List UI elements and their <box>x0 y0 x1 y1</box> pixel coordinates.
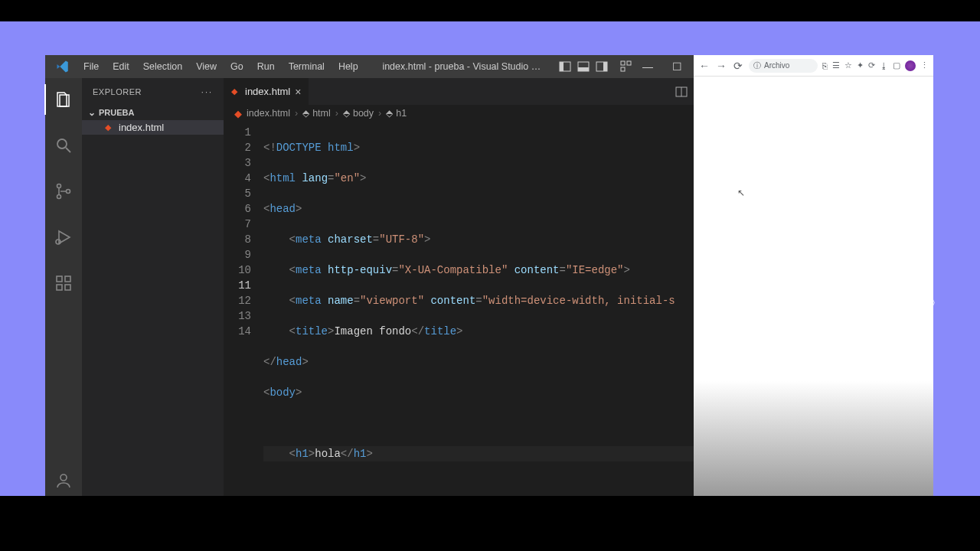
layout-sidebar-right-icon[interactable] <box>596 60 608 73</box>
html5-icon: ◆ <box>105 122 114 132</box>
browser-forward-button[interactable]: → <box>715 60 727 72</box>
extensions-icon[interactable]: ✦ <box>857 60 864 70</box>
explorer-sidebar: EXPLORER ··· PRUEBA ◆ index.html <box>82 78 224 496</box>
svg-point-13 <box>56 240 60 244</box>
menu-help[interactable]: Help <box>332 58 364 75</box>
crumb-html[interactable]: html <box>312 108 331 119</box>
menu-selection[interactable]: Selection <box>137 58 188 75</box>
code-content[interactable]: <!DOCTYPE html> <html lang="en"> <head> … <box>262 122 694 496</box>
svg-rect-5 <box>603 62 607 71</box>
tab-index-html[interactable]: ◆ index.html × <box>224 78 309 105</box>
browser-viewport: ↖ <box>694 77 933 496</box>
app-window: File Edit Selection View Go Run Terminal… <box>45 55 933 496</box>
menu-edit[interactable]: Edit <box>106 58 136 75</box>
translate-icon[interactable]: ☰ <box>832 60 840 70</box>
close-tab-icon[interactable]: × <box>295 86 301 98</box>
layout-controls <box>559 60 632 73</box>
titlebar: File Edit Selection View Go Run Terminal… <box>45 55 694 78</box>
menu-terminal[interactable]: Terminal <box>283 58 331 75</box>
split-editor-icon[interactable] <box>675 86 688 98</box>
activity-source-control[interactable] <box>45 176 82 207</box>
svg-rect-1 <box>560 62 564 71</box>
svg-point-10 <box>57 184 61 188</box>
bookmark-icon[interactable]: ☆ <box>844 60 852 70</box>
explorer-title: EXPLORER <box>93 87 142 96</box>
mouse-cursor-icon: ↖ <box>737 187 745 198</box>
menu-run[interactable]: Run <box>251 58 281 75</box>
svg-rect-14 <box>57 276 62 282</box>
sync-icon[interactable]: ⟳ <box>868 60 875 70</box>
svg-rect-8 <box>621 67 625 71</box>
activity-search[interactable] <box>45 130 82 161</box>
html5-icon: ◆ <box>234 108 243 119</box>
menu-view[interactable]: View <box>190 58 223 75</box>
breadcrumbs[interactable]: ◆index.html › ⬘html › ⬘body › ⬘h1 <box>224 105 694 122</box>
maximize-button[interactable]: ☐ <box>671 60 683 73</box>
profile-avatar[interactable] <box>905 60 916 71</box>
share-icon[interactable]: ⎘ <box>822 61 828 70</box>
menu-file[interactable]: File <box>77 58 105 75</box>
svg-rect-15 <box>57 285 62 290</box>
cube-icon: ⬘ <box>302 108 309 119</box>
sidepanel-icon[interactable]: ▢ <box>893 60 900 70</box>
minimize-button[interactable]: — <box>642 60 654 73</box>
file-label: index.html <box>119 122 164 133</box>
vscode-pane: File Edit Selection View Go Run Terminal… <box>45 55 694 496</box>
svg-point-18 <box>60 474 67 481</box>
code-area[interactable]: 123 456 789 101112 1314 <!DOCTYPE html> … <box>224 122 694 496</box>
svg-rect-16 <box>65 285 70 290</box>
file-index-html[interactable]: ◆ index.html <box>82 120 224 135</box>
activity-extensions[interactable] <box>45 268 82 298</box>
address-text: Archivo <box>764 61 789 70</box>
svg-point-12 <box>67 190 70 194</box>
editor-tabs: ◆ index.html × <box>224 78 694 105</box>
crumb-body[interactable]: body <box>353 108 374 119</box>
layout-sidebar-left-icon[interactable] <box>559 60 571 73</box>
browser-menu-icon[interactable]: ⋮ <box>920 60 929 70</box>
viewport-fade <box>694 381 933 496</box>
html5-icon: ◆ <box>231 86 240 96</box>
svg-rect-6 <box>621 61 625 65</box>
svg-rect-7 <box>627 61 631 65</box>
vscode-logo-icon <box>56 60 70 73</box>
crumb-h1[interactable]: h1 <box>396 108 407 119</box>
browser-pane: ← → ⟳ ⓘ Archivo ⎘ ☰ ☆ ✦ ⟳ ⭳ ▢ ⋮ <box>694 55 933 496</box>
customize-layout-icon[interactable] <box>620 60 632 73</box>
activity-explorer[interactable] <box>44 84 81 115</box>
activity-bar <box>45 78 82 496</box>
folder-header[interactable]: PRUEBA <box>82 105 224 120</box>
cube-icon: ⬘ <box>386 108 393 119</box>
menu-go[interactable]: Go <box>224 58 250 75</box>
browser-address-bar[interactable]: ⓘ Archivo <box>749 59 818 73</box>
cube-icon: ⬘ <box>343 108 350 119</box>
line-gutter: 123 456 789 101112 1314 <box>224 122 262 496</box>
svg-point-9 <box>57 139 67 148</box>
browser-reload-button[interactable]: ⟳ <box>732 60 744 72</box>
layout-panel-bottom-icon[interactable] <box>577 60 590 73</box>
svg-rect-17 <box>65 276 70 282</box>
editor: ◆ index.html × ◆index.html › ⬘html › <box>224 78 694 496</box>
activity-run-debug[interactable] <box>45 222 82 253</box>
crumb-file[interactable]: index.html <box>247 108 290 119</box>
window-title: index.html - prueba - Visual Studio … <box>366 61 557 72</box>
activity-accounts[interactable] <box>45 465 82 496</box>
browser-back-button[interactable]: ← <box>698 60 710 72</box>
download-icon[interactable]: ⭳ <box>880 61 888 70</box>
info-icon: ⓘ <box>753 60 761 71</box>
svg-rect-3 <box>578 67 589 71</box>
browser-toolbar: ← → ⟳ ⓘ Archivo ⎘ ☰ ☆ ✦ ⟳ ⭳ ▢ ⋮ <box>694 55 933 77</box>
explorer-more-icon[interactable]: ··· <box>201 87 213 96</box>
tab-label: index.html <box>245 86 290 97</box>
svg-point-11 <box>57 195 61 199</box>
